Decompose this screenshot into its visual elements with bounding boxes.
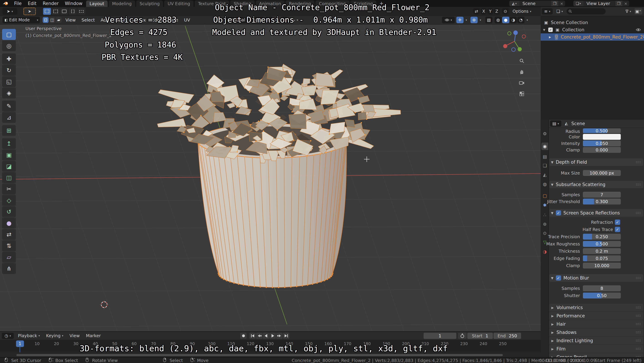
shutter-slider[interactable]: 0.50	[583, 293, 621, 299]
gizmo-z-axis[interactable]	[513, 30, 518, 35]
panel-film[interactable]: ▶Film∷∷	[549, 345, 643, 353]
tool-move-icon[interactable]: ✚	[2, 53, 16, 64]
properties-breadcrumb-dropdown[interactable]: ▤▾	[550, 120, 561, 127]
camera-view-icon[interactable]	[518, 79, 526, 87]
frame-start-field[interactable]: Start1	[467, 333, 493, 339]
ortho-grid-icon[interactable]	[518, 90, 526, 98]
properties-tab-world[interactable]: ◍	[541, 180, 548, 188]
tool-extrude-region-icon[interactable]: ↥	[2, 138, 16, 149]
drag-dots-icon[interactable]: ∷∷	[636, 339, 641, 343]
gizmo-neg-y-axis[interactable]	[508, 32, 511, 35]
collapse-icon[interactable]: ▶	[551, 356, 554, 357]
shading-rendered[interactable]: ◔	[517, 17, 524, 23]
collapse-icon[interactable]: ▶	[551, 347, 554, 351]
panel-shadows[interactable]: ▶Shadows∷∷	[549, 329, 643, 336]
tool-settings-dropdown[interactable]: ➤▾	[2, 8, 17, 15]
tool-smooth-icon[interactable]: ●	[2, 218, 16, 229]
edge-select-mode[interactable]: ◫	[49, 17, 55, 23]
color-swatch[interactable]	[583, 134, 621, 140]
next-keyframe-button[interactable]	[276, 333, 282, 339]
tool-annotate-icon[interactable]: ✎	[2, 100, 16, 111]
ssr-enable-checkbox[interactable]: ✓	[556, 210, 561, 216]
view-layer-selector[interactable]: ❏▾ View Layer ❐ ×	[574, 1, 629, 6]
tool-transform-icon[interactable]: ◈	[2, 87, 16, 98]
visibility-dropdown[interactable]: ▾	[442, 17, 455, 23]
tab-uv-editing[interactable]: UV Editing	[164, 0, 193, 7]
tool-add-cube-icon[interactable]: ⊞	[2, 125, 16, 136]
mirror-x-toggle[interactable]: X	[481, 8, 486, 14]
tool-loop-cut-icon[interactable]: ◫	[2, 172, 16, 183]
jump-to-start-button[interactable]	[249, 333, 256, 339]
viewport-menu-view[interactable]: View	[66, 17, 76, 22]
panel-hair[interactable]: ▶Hair∷∷	[549, 320, 643, 328]
new-view-layer-button[interactable]: ❐	[616, 1, 622, 6]
drag-dots-icon[interactable]: ∷∷	[636, 276, 641, 280]
frame-end-field[interactable]: End250	[494, 333, 521, 339]
shading-dropdown[interactable]: ▾	[525, 17, 530, 23]
max-size-field[interactable]: 100.000 px	[583, 170, 621, 176]
gizmo-dropdown[interactable]: ▾	[464, 17, 469, 23]
close-scene-icon[interactable]: ×	[558, 1, 565, 6]
gizmo-x-axis[interactable]	[503, 44, 507, 48]
panel-volumetrics[interactable]: ▶Volumetrics∷∷	[549, 304, 643, 311]
tool-edge-slide-icon[interactable]: ⇄	[2, 229, 16, 240]
panel-subsurface-scattering[interactable]: ▼ Subsurface Scattering ∷∷	[549, 181, 643, 188]
outliner-search-input[interactable]	[566, 8, 606, 14]
overlays-toggle[interactable]: ⊚	[470, 17, 478, 23]
select-mode-extend[interactable]	[52, 8, 60, 15]
timeline-menu-playback[interactable]: Playback▾	[18, 333, 40, 338]
display-mode-dropdown[interactable]: ❏▾	[554, 8, 565, 14]
close-view-layer-icon[interactable]: ×	[622, 1, 629, 6]
tweak-icon[interactable]: ⊙	[502, 8, 509, 14]
vertex-select-mode[interactable]: ⊡	[43, 17, 48, 23]
drag-dots-icon[interactable]: ∷∷	[636, 355, 641, 357]
tool-rotate-icon[interactable]: ↻	[2, 65, 16, 76]
scene-name[interactable]: Scene	[519, 1, 551, 6]
zoom-icon[interactable]	[518, 57, 526, 64]
properties-tab-view-layer[interactable]: ❏	[541, 162, 548, 169]
sss-samples-field[interactable]: 7	[583, 192, 621, 198]
mirror-icon[interactable]: ⇄	[473, 8, 480, 14]
tool-bevel-icon[interactable]: ◪	[2, 161, 16, 172]
viewport-menu-select[interactable]: Select	[82, 17, 95, 22]
select-mode-intersect[interactable]	[78, 8, 86, 15]
expand-icon[interactable]: ▼	[543, 28, 545, 31]
panel-grease-pencil[interactable]: ▶Grease Pencil∷∷	[549, 353, 643, 357]
refraction-checkbox[interactable]: ✓	[615, 219, 620, 225]
jump-to-end-button[interactable]	[283, 333, 289, 339]
drag-dots-icon[interactable]: ∷∷	[636, 160, 641, 164]
shading-material[interactable]: ◑	[510, 17, 517, 23]
active-tool-button[interactable]: ➤	[24, 7, 36, 15]
play-button[interactable]	[270, 333, 276, 339]
drag-dots-icon[interactable]: ∷∷	[636, 306, 641, 310]
panel-indirect-lighting[interactable]: ▶Indirect Lighting∷∷	[549, 337, 643, 345]
gizmo-neg-z-axis[interactable]	[512, 48, 515, 51]
mirror-y-toggle[interactable]: Y	[487, 8, 493, 14]
scene-selector[interactable]: ◭▾ Scene ❐ ×	[509, 1, 565, 6]
panel-screen-space-reflections[interactable]: ▼ ✓ Screen Space Reflections ∷∷	[549, 209, 643, 217]
ssr-clamp-field[interactable]: 10.000	[583, 263, 621, 269]
jitter-slider[interactable]: 0.300	[583, 199, 621, 204]
new-scene-button[interactable]: ❐	[551, 1, 558, 6]
tool-cursor-icon[interactable]: ◎	[2, 40, 16, 51]
shading-solid[interactable]: ●	[502, 17, 509, 23]
collection-checkbox[interactable]: ✓	[548, 27, 553, 32]
gizmo-y-axis[interactable]	[518, 47, 522, 51]
collapse-icon[interactable]: ▶	[551, 314, 554, 318]
panel-depth-of-field[interactable]: ▼ Depth of Field ∷∷	[549, 158, 643, 166]
tool-measure-icon[interactable]: ⊿	[2, 112, 16, 123]
collapse-icon[interactable]: ▶	[551, 339, 554, 343]
max-roughness-slider[interactable]: 0.500	[583, 241, 621, 247]
select-mode-invert[interactable]	[69, 8, 77, 15]
tool-knife-icon[interactable]: ✂	[2, 183, 16, 195]
current-frame-indicator[interactable]: 1	[16, 341, 24, 347]
current-frame-field[interactable]: 1	[424, 333, 456, 339]
properties-tab-output[interactable]: ▤	[541, 153, 548, 160]
filter-dropdown[interactable]: ∇▾	[623, 8, 634, 14]
intensity-slider[interactable]: 0.050	[583, 140, 621, 146]
menu-render[interactable]: Render	[40, 0, 62, 6]
motion-blur-enable-checkbox[interactable]: ✓	[556, 275, 561, 281]
properties-tab-particles[interactable]: ∴	[541, 211, 548, 219]
timeline-menu-marker[interactable]: Marker	[86, 333, 101, 338]
face-select-mode[interactable]: ▰	[56, 17, 62, 23]
